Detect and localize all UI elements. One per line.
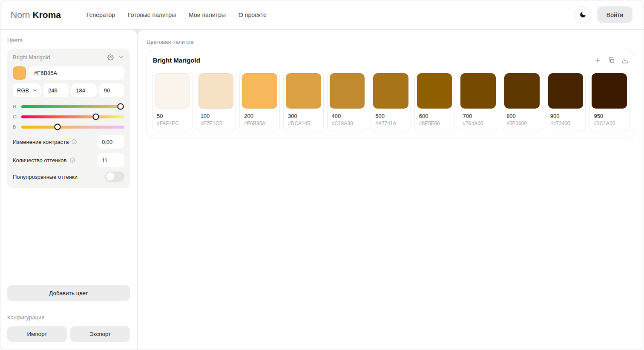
hex-row — [13, 66, 124, 80]
swatch-color[interactable] — [198, 73, 234, 109]
color-mode-select[interactable]: RGB — [13, 83, 41, 97]
current-color-swatch[interactable] — [13, 66, 26, 80]
palette-title: Bright Marigold — [153, 57, 200, 64]
color-editor-header-icons — [107, 54, 124, 60]
swatch-card[interactable]: 200 #F6B85A — [239, 71, 280, 132]
swatch-card[interactable]: 950 #3C1A00 — [589, 71, 630, 132]
info-icon[interactable] — [71, 139, 77, 145]
swatch-card[interactable]: 50 #FAF4EC — [152, 71, 193, 132]
swatch-shade-label: 800 — [506, 113, 540, 119]
blue-channel-input[interactable] — [99, 83, 124, 97]
swatch-card[interactable]: 600 #8E5F00 — [414, 71, 455, 132]
swatch-hex-label: #8E5F00 — [419, 120, 452, 126]
slider-handle[interactable] — [118, 103, 124, 110]
sidebar: Цвета Bright Marigold — [0, 30, 137, 350]
app-logo[interactable]: Norn Kroma — [11, 10, 61, 20]
contrast-label-wrap: Изменение контраста — [13, 139, 77, 145]
translucent-label: Полупрозрачные оттенки — [13, 174, 78, 180]
nav-item-my-palettes[interactable]: Мои палитры — [189, 11, 226, 18]
green-slider-label: G — [13, 114, 17, 119]
swatch-shade-label: 700 — [463, 113, 496, 119]
swatch-shade-label: 200 — [244, 113, 277, 119]
swatch-color[interactable] — [373, 73, 408, 109]
swatch-color[interactable] — [417, 73, 452, 109]
green-channel-input[interactable] — [71, 83, 96, 97]
content: Цвета Bright Marigold — [0, 30, 644, 350]
channel-sliders: R G B — [13, 103, 124, 130]
swatch-hex-label: #A7741A — [375, 120, 408, 126]
shade-count-input[interactable] — [97, 153, 124, 167]
swatch-color[interactable] — [242, 73, 277, 109]
export-button[interactable]: Экспорт — [70, 326, 130, 342]
swatch-color[interactable] — [548, 73, 584, 109]
swatch-hex-label: #F7E1C5 — [201, 120, 234, 126]
login-button[interactable]: Войти — [597, 6, 632, 23]
swatch-color[interactable] — [592, 73, 627, 109]
nav-item-generator[interactable]: Генератор — [86, 11, 115, 18]
channel-slider[interactable] — [21, 115, 124, 118]
main-area: Цветовая палитра Bright Marigold — [138, 30, 644, 350]
palette-card: Bright Marigold 50 # — [147, 50, 635, 138]
add-palette-icon[interactable] — [594, 57, 601, 64]
swatch-color[interactable] — [286, 73, 321, 109]
slider-handle[interactable] — [92, 114, 99, 120]
channel-inputs-row: RGB — [13, 83, 124, 97]
info-icon[interactable] — [69, 157, 75, 163]
copy-icon[interactable] — [608, 57, 615, 64]
swatch-hex-label: #764A00 — [463, 120, 496, 126]
channel-slider[interactable] — [21, 105, 124, 108]
color-mode-value: RGB — [17, 87, 29, 94]
header: Norn Kroma Генератор Готовые палитры Мои… — [0, 0, 644, 29]
swatch-color[interactable] — [330, 73, 365, 109]
color-editor-header: Bright Marigold — [13, 54, 124, 60]
chevron-down-icon[interactable] — [118, 54, 124, 60]
swatch-color[interactable] — [155, 73, 190, 109]
swatch-card[interactable]: 900 #472400 — [546, 71, 586, 132]
shade-count-label: Количество оттенков — [13, 157, 67, 164]
chevron-down-icon — [32, 88, 37, 93]
swatch-card[interactable]: 400 #C18A30 — [327, 71, 368, 132]
palette-actions — [594, 57, 629, 64]
blue-slider-label: B — [13, 124, 17, 129]
add-color-button[interactable]: Добавить цвет — [7, 285, 130, 301]
contrast-row: Изменение контраста — [13, 135, 124, 149]
download-icon[interactable] — [621, 57, 629, 64]
red-slider-row: R — [13, 103, 124, 110]
blue-slider-row: B — [13, 123, 124, 130]
contrast-input[interactable] — [97, 135, 124, 149]
shade-count-label-wrap: Количество оттенков — [13, 157, 75, 164]
swatch-card[interactable]: 500 #A7741A — [371, 71, 411, 132]
translucent-toggle[interactable] — [105, 172, 124, 182]
swatch-hex-label: #F6B85A — [244, 120, 277, 126]
translucent-row: Полупрозрачные оттенки — [13, 172, 124, 182]
gear-icon[interactable] — [107, 54, 114, 60]
red-channel-input[interactable] — [43, 83, 69, 97]
swatch-shade-label: 950 — [594, 113, 627, 119]
swatch-shade-label: 400 — [332, 113, 365, 119]
swatch-row: 50 #FAF4EC 100 #F7E1C5 200 #F6B85A 300 #… — [152, 71, 630, 132]
swatch-hex-label: #DCA145 — [288, 120, 321, 126]
moon-icon — [579, 11, 586, 18]
sidebar-config-section: Конфигурация Импорт Экспорт — [0, 308, 137, 350]
import-button[interactable]: Импорт — [7, 326, 67, 342]
swatch-shade-label: 50 — [157, 113, 190, 119]
channel-slider[interactable] — [21, 126, 124, 129]
colors-section-title: Цвета — [7, 37, 130, 43]
swatch-card[interactable]: 300 #DCA145 — [283, 71, 324, 132]
swatch-card[interactable]: 700 #764A00 — [458, 71, 498, 132]
color-editor-card: Bright Marigold — [7, 49, 130, 188]
palette-section-title: Цветовая палитра — [147, 39, 635, 45]
nav-item-ready-palettes[interactable]: Готовые палитры — [128, 11, 176, 18]
swatch-hex-label: #5E3600 — [506, 120, 540, 126]
swatch-hex-label: #C18A30 — [332, 120, 365, 126]
palette-header: Bright Marigold — [152, 57, 630, 64]
swatch-color[interactable] — [460, 73, 496, 109]
nav-item-about[interactable]: О проекте — [239, 11, 267, 18]
swatch-color[interactable] — [504, 73, 540, 109]
theme-toggle-button[interactable] — [575, 6, 591, 23]
hex-input[interactable] — [29, 66, 124, 80]
slider-handle[interactable] — [55, 124, 61, 130]
logo-text-kroma: Kroma — [33, 10, 61, 20]
swatch-card[interactable]: 100 #F7E1C5 — [196, 71, 236, 132]
swatch-card[interactable]: 800 #5E3600 — [502, 71, 542, 132]
